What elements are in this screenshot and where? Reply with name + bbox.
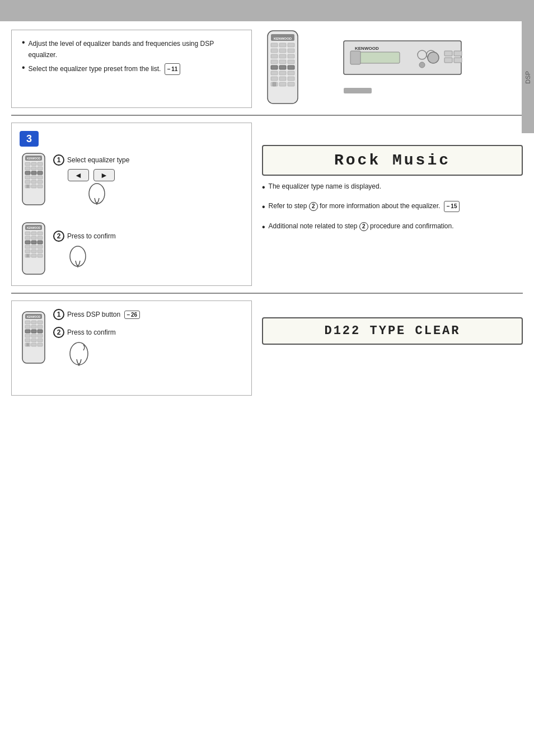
- stereo-diagram: KENWOOD: [310, 30, 467, 93]
- svg-rect-98: [31, 330, 36, 333]
- svg-rect-38: [454, 51, 462, 56]
- svg-rect-102: [38, 334, 43, 337]
- svg-rect-84: [31, 254, 36, 257]
- svg-rect-83: [26, 254, 29, 257]
- device-base: [344, 88, 372, 93]
- svg-text:KENWOOD: KENWOOD: [27, 227, 41, 229]
- svg-rect-26: [279, 82, 286, 86]
- device-area: KENWOOD: [263, 30, 523, 108]
- svg-rect-12: [271, 60, 278, 64]
- svg-rect-80: [31, 250, 36, 253]
- svg-rect-91: [25, 321, 30, 324]
- svg-rect-96: [38, 325, 43, 328]
- tap-icon-s4: [68, 341, 140, 368]
- svg-rect-14: [288, 60, 294, 64]
- svg-rect-95: [31, 325, 36, 328]
- section-4: KENWOOD: [11, 300, 523, 396]
- svg-point-86: [70, 246, 86, 266]
- hand-svg-2: [68, 245, 88, 267]
- circle-num-1: 1: [53, 154, 64, 166]
- arrow-left-btn[interactable]: ◄: [68, 169, 89, 181]
- step3-step1-label: Select equalizer type: [67, 156, 129, 164]
- svg-rect-39: [454, 58, 462, 63]
- remote-step3-2: KENWOOD: [20, 222, 48, 278]
- right-side-tab: DSP: [522, 21, 534, 133]
- svg-rect-55: [25, 180, 30, 184]
- svg-rect-21: [271, 77, 278, 81]
- svg-rect-10: [279, 54, 286, 58]
- svg-rect-11: [288, 54, 294, 58]
- bullet-2-text: Select the equalizer type preset from th…: [29, 63, 181, 75]
- section4-row1-content: 1 Press DSP button 26 2 Press to confirm: [53, 309, 140, 368]
- svg-rect-109: [38, 343, 43, 346]
- svg-rect-70: [25, 236, 30, 240]
- svg-rect-22: [279, 77, 286, 81]
- svg-rect-105: [38, 339, 43, 342]
- rock-music-display: Rock Music: [262, 145, 523, 176]
- step-3-row-1: KENWOOD: [20, 152, 243, 208]
- svg-point-34: [419, 62, 425, 68]
- svg-text:KENWOOD: KENWOOD: [27, 157, 41, 160]
- svg-rect-50: [31, 171, 36, 175]
- step-3-row-2: KENWOOD: [20, 222, 243, 278]
- section4-step1-label: Press DSP button 26: [67, 311, 140, 319]
- arrow-right-btn[interactable]: ►: [93, 169, 115, 181]
- svg-point-35: [428, 52, 439, 63]
- svg-rect-7: [279, 49, 286, 53]
- bullet-text-2: Refer to step 2 for more information abo…: [269, 201, 460, 212]
- svg-rect-103: [25, 339, 30, 342]
- remote-step3: KENWOOD: [20, 152, 48, 208]
- svg-rect-20: [288, 71, 294, 75]
- svg-rect-77: [31, 245, 36, 248]
- svg-rect-97: [25, 330, 30, 333]
- svg-rect-6: [271, 49, 278, 53]
- svg-rect-71: [31, 236, 36, 240]
- svg-rect-47: [31, 167, 36, 170]
- svg-rect-27: [288, 82, 294, 86]
- bullet-1-text: Adjust the level of equalizer bands and …: [29, 38, 241, 61]
- svg-rect-99: [38, 330, 43, 333]
- arrow-btn-group: ◄ ►: [68, 169, 129, 181]
- svg-rect-60: [31, 185, 36, 188]
- bullet-1: Adjust the level of equalizer bands and …: [22, 38, 241, 61]
- hand-svg-s4: [68, 341, 90, 366]
- svg-rect-104: [31, 339, 36, 342]
- stereo-svg: KENWOOD: [310, 30, 467, 86]
- instruction-box: Adjust the level of equalizer bands and …: [11, 30, 252, 108]
- section-4-left-box: KENWOOD: [11, 300, 252, 396]
- section-4-row-1: KENWOOD: [20, 309, 243, 368]
- svg-rect-74: [31, 241, 36, 244]
- inline-circle-2b: 2: [359, 222, 368, 231]
- svg-rect-72: [38, 236, 43, 240]
- circle-num-2: 2: [53, 231, 64, 242]
- svg-rect-5: [288, 43, 294, 47]
- svg-rect-37: [444, 58, 452, 63]
- svg-rect-8: [288, 49, 294, 53]
- svg-rect-18: [271, 71, 278, 75]
- remote-section4: KENWOOD: [20, 311, 48, 367]
- top-bar: [0, 0, 534, 21]
- step-3-badge: 3: [20, 131, 39, 147]
- svg-rect-51: [38, 171, 43, 175]
- svg-rect-25: [273, 82, 276, 86]
- svg-rect-94: [25, 325, 30, 328]
- d122-display: D122 TYPE CLEAR: [262, 317, 523, 345]
- bullet-text-1: The equalizer type name is displayed.: [269, 181, 381, 192]
- ref-badge-26: 26: [124, 311, 140, 319]
- ref-badge-15a: 15: [444, 201, 460, 212]
- svg-rect-79: [25, 250, 30, 253]
- svg-rect-49: [25, 171, 30, 175]
- svg-rect-67: [25, 232, 30, 235]
- section-4-inner: KENWOOD: [20, 309, 243, 368]
- svg-rect-23: [288, 77, 294, 81]
- bullet-dot-1: •: [262, 183, 265, 192]
- bullet-item-2: • Refer to step 2 for more information a…: [262, 201, 523, 212]
- svg-rect-16: [279, 65, 286, 69]
- svg-text:KENWOOD: KENWOOD: [355, 46, 379, 51]
- svg-point-62: [89, 184, 105, 204]
- svg-rect-59: [26, 185, 29, 188]
- bullet-text-3: Additional note related to step 2 proced…: [269, 221, 454, 232]
- svg-rect-101: [31, 334, 36, 337]
- right-tab-text: DSP: [524, 71, 531, 84]
- svg-text:KENWOOD: KENWOOD: [274, 37, 292, 40]
